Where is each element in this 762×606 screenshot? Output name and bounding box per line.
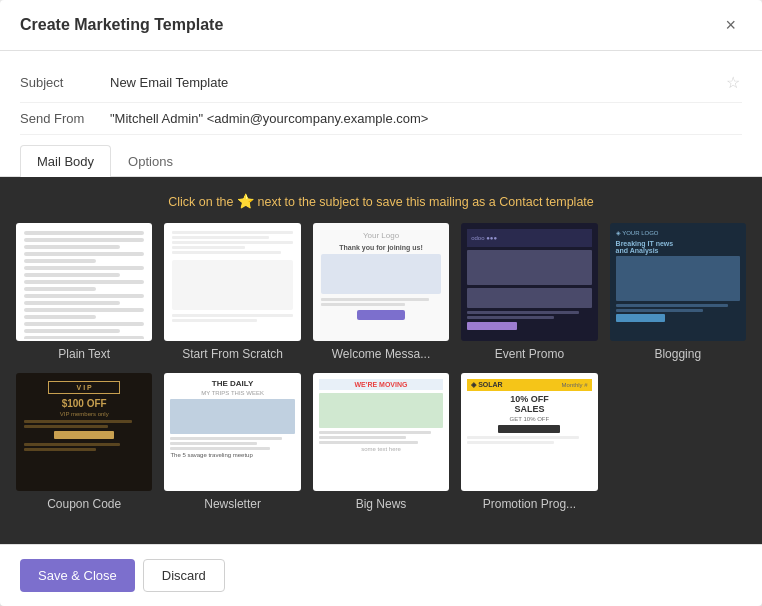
template-selection-area: Click on the ⭐ next to the subject to sa… xyxy=(0,177,762,544)
template-event-promo[interactable]: odoo ●●● Event Promo xyxy=(461,223,597,361)
tabs-container: Mail Body Options xyxy=(0,135,762,177)
template-promotion-label: Promotion Prog... xyxy=(483,497,576,511)
template-start-scratch[interactable]: Start From Scratch xyxy=(164,223,300,361)
template-newsletter-label: Newsletter xyxy=(204,497,261,511)
template-newsletter-thumb: THE DAILY MY TRIPS THIS WEEK The 5 savag… xyxy=(164,373,300,491)
template-coupon-code-thumb: V I P $100 OFF VIP members only xyxy=(16,373,152,491)
template-blogging-label: Blogging xyxy=(654,347,701,361)
template-promotion-thumb: ◈ SOLAR Monthly # 10% OFFSALES GET 10% O… xyxy=(461,373,597,491)
template-coupon-code-label: Coupon Code xyxy=(47,497,121,511)
template-blogging[interactable]: ◈ YOUR LOGO Breaking IT newsand Analysis… xyxy=(610,223,746,361)
form-section: Subject New Email Template ☆ Send From "… xyxy=(0,51,762,135)
template-coupon-code[interactable]: V I P $100 OFF VIP members only Coupon C… xyxy=(16,373,152,511)
template-plain-text-thumb xyxy=(16,223,152,341)
dialog-title: Create Marketing Template xyxy=(20,16,223,34)
subject-label: Subject xyxy=(20,75,110,90)
template-welcome[interactable]: Your Logo Thank you for joining us! Welc… xyxy=(313,223,449,361)
template-big-news-thumb: WE'RE MOVING some text here xyxy=(313,373,449,491)
template-event-promo-label: Event Promo xyxy=(495,347,564,361)
favorite-star-button[interactable]: ☆ xyxy=(724,71,742,94)
template-newsletter[interactable]: THE DAILY MY TRIPS THIS WEEK The 5 savag… xyxy=(164,373,300,511)
save-close-button[interactable]: Save & Close xyxy=(20,559,135,592)
templates-grid: Plain Text Start From Scratch xyxy=(16,223,746,511)
template-start-scratch-thumb xyxy=(164,223,300,341)
template-plain-text[interactable]: Plain Text xyxy=(16,223,152,361)
template-promotion[interactable]: ◈ SOLAR Monthly # 10% OFFSALES GET 10% O… xyxy=(461,373,597,511)
create-marketing-template-dialog: Create Marketing Template × Subject New … xyxy=(0,0,762,606)
template-welcome-label: Welcome Messa... xyxy=(332,347,430,361)
template-blogging-thumb: ◈ YOUR LOGO Breaking IT newsand Analysis xyxy=(610,223,746,341)
send-from-value: "Mitchell Admin" <admin@yourcompany.exam… xyxy=(110,111,742,126)
template-hint: Click on the ⭐ next to the subject to sa… xyxy=(16,193,746,209)
tab-mail-body[interactable]: Mail Body xyxy=(20,145,111,177)
subject-row: Subject New Email Template ☆ xyxy=(20,63,742,103)
template-start-scratch-label: Start From Scratch xyxy=(182,347,283,361)
star-icon: ⭐ xyxy=(237,193,254,209)
close-button[interactable]: × xyxy=(719,14,742,36)
tab-options[interactable]: Options xyxy=(111,145,190,177)
send-from-label: Send From xyxy=(20,111,110,126)
template-plain-text-label: Plain Text xyxy=(58,347,110,361)
discard-button[interactable]: Discard xyxy=(143,559,225,592)
dialog-header: Create Marketing Template × xyxy=(0,0,762,51)
subject-value: New Email Template xyxy=(110,75,724,90)
template-welcome-thumb: Your Logo Thank you for joining us! xyxy=(313,223,449,341)
send-from-row: Send From "Mitchell Admin" <admin@yourco… xyxy=(20,103,742,135)
template-big-news-label: Big News xyxy=(356,497,407,511)
template-event-promo-thumb: odoo ●●● xyxy=(461,223,597,341)
template-big-news[interactable]: WE'RE MOVING some text here Big News xyxy=(313,373,449,511)
dialog-footer: Save & Close Discard xyxy=(0,544,762,606)
